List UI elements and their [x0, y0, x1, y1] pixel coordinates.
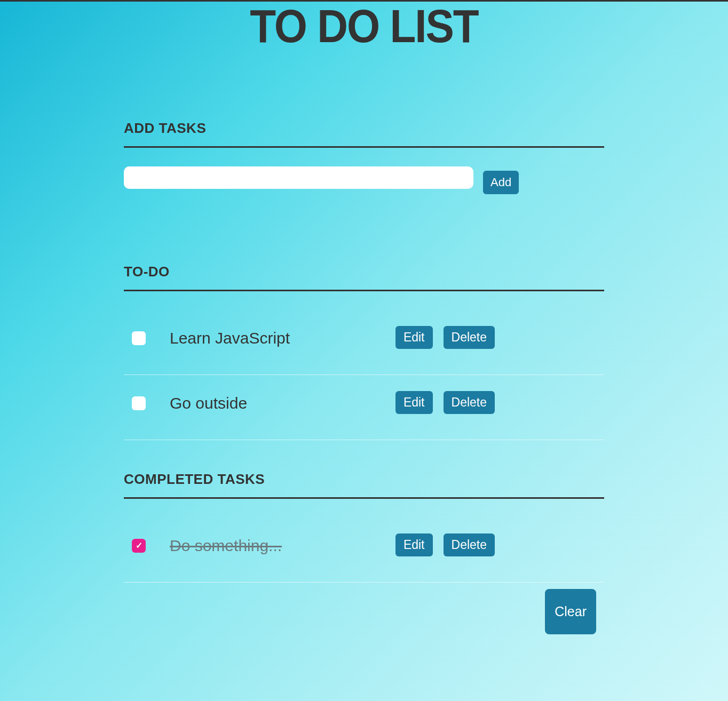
- edit-button[interactable]: Edit: [395, 326, 433, 349]
- add-tasks-section: ADD TASKS Add: [124, 120, 604, 194]
- completed-list: Do something... Edit Delete: [124, 517, 604, 583]
- edit-button[interactable]: Edit: [395, 391, 433, 414]
- completed-header: COMPLETED TASKS: [124, 471, 604, 488]
- task-checkbox[interactable]: [132, 539, 146, 553]
- task-item: Do something... Edit Delete: [124, 517, 604, 583]
- add-tasks-header: ADD TASKS: [124, 120, 604, 137]
- clear-row: Clear: [124, 583, 604, 634]
- divider: [124, 146, 604, 148]
- add-button[interactable]: Add: [483, 171, 519, 194]
- clear-button[interactable]: Clear: [545, 589, 596, 634]
- todo-list: Learn JavaScript Edit Delete Go outside …: [124, 310, 604, 440]
- task-label: Learn JavaScript: [170, 329, 395, 347]
- new-task-input[interactable]: [124, 166, 473, 189]
- task-checkbox[interactable]: [132, 331, 146, 345]
- task-actions: Edit Delete: [395, 391, 495, 414]
- delete-button[interactable]: Delete: [444, 391, 495, 414]
- delete-button[interactable]: Delete: [444, 533, 495, 556]
- delete-button[interactable]: Delete: [444, 326, 495, 349]
- task-item: Go outside Edit Delete: [124, 375, 604, 440]
- task-actions: Edit Delete: [395, 326, 495, 349]
- divider: [124, 497, 604, 499]
- task-item: Learn JavaScript Edit Delete: [124, 310, 604, 375]
- task-label: Go outside: [170, 394, 395, 412]
- add-task-row: Add: [124, 166, 604, 194]
- page-title: TO DO LIST: [124, 0, 604, 53]
- todo-section: TO-DO Learn JavaScript Edit Delete Go ou…: [124, 264, 604, 440]
- divider: [124, 290, 604, 291]
- task-actions: Edit Delete: [395, 533, 495, 556]
- task-checkbox[interactable]: [132, 396, 146, 410]
- completed-section: COMPLETED TASKS Do something... Edit Del…: [124, 471, 604, 634]
- todo-header: TO-DO: [124, 264, 604, 280]
- edit-button[interactable]: Edit: [395, 533, 433, 556]
- task-label: Do something...: [170, 537, 395, 555]
